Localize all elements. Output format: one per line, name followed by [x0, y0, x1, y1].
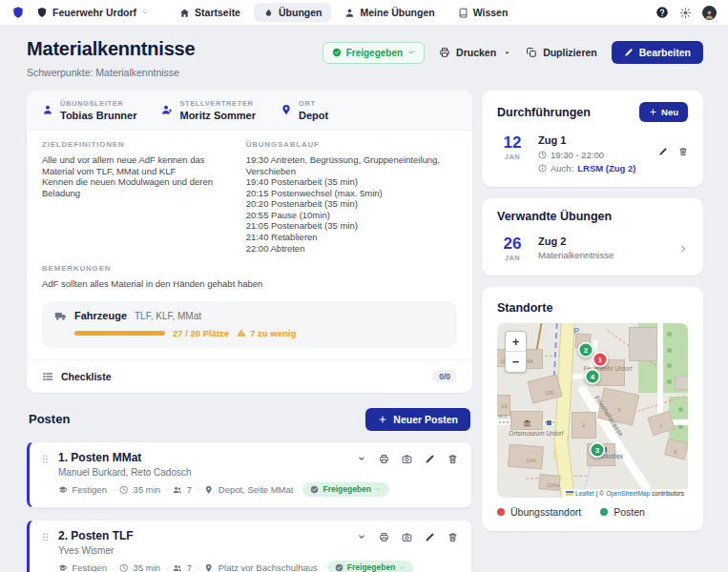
collapse-chevron-icon[interactable]	[357, 454, 366, 463]
copy-icon	[526, 47, 537, 58]
check-circle-icon	[335, 563, 343, 572]
drag-handle-icon[interactable]	[40, 454, 51, 464]
printer-icon	[439, 47, 450, 58]
red-dot-icon	[497, 508, 505, 516]
print-posten-icon[interactable]	[379, 532, 389, 542]
vehicles-box: Fahrzeuge TLF, KLF, MMat 27 / 20 Plätze …	[42, 301, 457, 348]
app-logo-shield-icon	[11, 6, 25, 19]
warning-triangle-icon	[237, 328, 246, 337]
location-info: ORT Depot	[281, 99, 328, 121]
duplicate-button[interactable]: Duplizieren	[526, 47, 597, 58]
edit-button[interactable]: Bearbeiten	[612, 41, 703, 64]
exercise-overview-card: ÜBUNGSLEITER Tobias Brunner STELLVERTRET…	[27, 91, 472, 393]
caret-down-icon	[503, 49, 511, 57]
info-circle-icon	[538, 164, 547, 173]
posten-section-title: Posten	[29, 412, 70, 426]
legend-uebungsstandort: Übungsstandort	[497, 506, 581, 518]
camera-icon[interactable]	[402, 532, 412, 542]
leader-info: ÜBUNGSLEITER Tobias Brunner	[42, 99, 136, 121]
home-icon	[179, 8, 190, 18]
goals-section: ZIELDEFINITIONEN Alle und vor allem neue…	[42, 140, 231, 254]
museum-icon	[523, 419, 531, 427]
pencil-icon	[624, 48, 634, 57]
nav-item-wissen[interactable]: Wissen	[448, 3, 518, 22]
edit-posten-icon[interactable]	[425, 532, 435, 542]
map-marker-posten-4[interactable]: 4	[585, 368, 601, 384]
chevron-down-icon	[141, 9, 149, 16]
delete-posten-icon[interactable]	[447, 454, 458, 464]
drag-handle-icon[interactable]	[40, 532, 51, 542]
edit-posten-icon[interactable]	[425, 454, 435, 464]
clock-icon	[119, 485, 129, 495]
new-durchfuehrung-button[interactable]: Neu	[639, 102, 688, 122]
users-icon	[173, 563, 182, 572]
zoom-out-button[interactable]: −	[506, 352, 526, 372]
map-attribution: Leaflet | © OpenStreetMap contributors	[562, 489, 688, 498]
date-badge: 26 JAN	[497, 235, 528, 262]
locations-map[interactable]: 98 15 13 100 104 106a 2 3 7 9 P Feuerweh…	[497, 323, 688, 498]
map-marker-posten-3[interactable]: 3	[590, 441, 606, 458]
map-label-street-cut: anz	[498, 413, 508, 419]
check-circle-icon	[332, 48, 342, 57]
capacity-text: 27 / 20 Plätze	[173, 328, 229, 338]
delete-durchfuehrung-icon[interactable]	[678, 147, 688, 156]
capacity-warning: 7 zu wenig	[237, 328, 296, 338]
org-switcher[interactable]: Feuerwehr Urdorf	[36, 7, 149, 18]
map-label-parking: P	[573, 326, 579, 336]
chevron-right-icon[interactable]	[678, 244, 688, 254]
delete-posten-icon[interactable]	[447, 532, 458, 542]
graduation-cap-icon	[58, 563, 68, 572]
new-posten-button[interactable]: Neuer Posten	[365, 408, 470, 431]
user-plus-icon	[161, 104, 173, 115]
edit-durchfuehrung-icon[interactable]	[658, 147, 668, 156]
standorte-card: Standorte	[482, 287, 703, 531]
schedule-section: ÜBUNGSABLAUF 19:30 Antreten, Begrüssung,…	[246, 140, 457, 254]
nav-item-startseite[interactable]: Startseite	[170, 3, 250, 22]
remarks-section: BEMERKUNGEN AdF sollten alles Material i…	[42, 264, 457, 290]
posten-section-header: Posten Neuer Posten	[29, 408, 470, 431]
osm-link[interactable]: OpenStreetMap	[606, 490, 650, 497]
leaflet-link[interactable]: Leaflet	[575, 490, 594, 497]
clock-icon	[538, 151, 547, 159]
print-posten-icon[interactable]	[379, 454, 389, 464]
verwandte-entry[interactable]: 26 JAN Zug 2 Materialkenntnisse	[497, 235, 688, 262]
also-exercise-link[interactable]: LRSM (Zug 2)	[577, 163, 635, 174]
main-nav: Startseite Übungen Meine Übungen Wissen	[170, 3, 517, 22]
user-avatar[interactable]	[702, 6, 717, 20]
plus-icon	[649, 108, 657, 116]
book-icon	[458, 8, 468, 18]
map-pin-icon	[204, 563, 214, 572]
user-icon	[344, 8, 355, 18]
goal-text: Alle und vor allem neue AdF kennen das M…	[42, 154, 231, 176]
truck-icon	[54, 310, 67, 322]
goal-text: Kennen die neuen Modulwagen und deren Be…	[42, 176, 231, 198]
page-title: Materialkenntnisse	[27, 38, 195, 60]
checklist-row[interactable]: Checkliste 0/0	[27, 360, 472, 393]
camera-icon[interactable]	[402, 454, 412, 464]
map-pin-icon	[281, 104, 292, 115]
help-icon[interactable]	[655, 6, 669, 19]
posten-row-1: 1. Posten MMat Manuel Burkard, Reto Cado…	[27, 441, 472, 508]
nav-item-uebungen[interactable]: Übungen	[254, 3, 332, 22]
org-name: Feuerwehr Urdorf	[52, 7, 136, 18]
flame-icon	[263, 8, 274, 18]
durchfuehrungen-card: Durchführungen Neu 12 JAN Zug 1	[482, 91, 703, 187]
exercise-info-strip: ÜBUNGSLEITER Tobias Brunner STELLVERTRET…	[27, 91, 472, 131]
capacity-progress-bar	[74, 331, 165, 336]
plus-icon	[378, 415, 387, 424]
map-zoom-control: + −	[505, 331, 527, 373]
date-badge: 12 JAN	[497, 134, 528, 161]
check-circle-icon	[310, 485, 319, 494]
nav-item-meine-uebungen[interactable]: Meine Übungen	[335, 3, 444, 22]
status-dropdown-button[interactable]: Freigegeben	[322, 42, 425, 64]
map-marker-uebungsstandort-1[interactable]: 1	[593, 351, 609, 367]
print-button[interactable]: Drucken	[439, 47, 511, 58]
zoom-in-button[interactable]: +	[506, 332, 526, 352]
green-dot-icon	[600, 508, 608, 516]
user-icon	[42, 104, 53, 115]
ukraine-flag-icon	[566, 491, 573, 497]
legend-posten: Posten	[600, 506, 645, 518]
theme-toggle-sun-icon[interactable]	[679, 7, 692, 19]
clock-icon	[119, 563, 129, 572]
collapse-chevron-icon[interactable]	[357, 532, 366, 541]
